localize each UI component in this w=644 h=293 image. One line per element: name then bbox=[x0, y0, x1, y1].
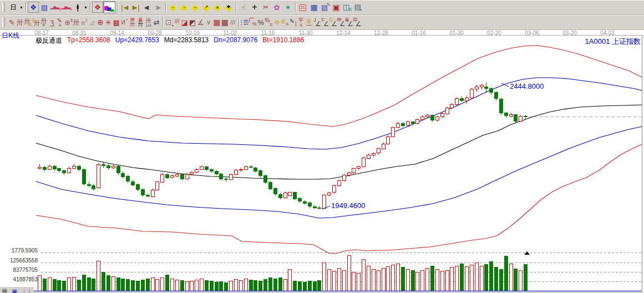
percent-lines-icon-glyph: ≡ bbox=[270, 22, 272, 27]
notes-icon[interactable]: ▤✎ bbox=[320, 2, 331, 13]
diamond-cross-icon[interactable]: ◆✕ bbox=[212, 2, 223, 13]
gold-grid2-icon[interactable]: 金卅 bbox=[32, 17, 40, 28]
gold-slope-icon[interactable]: 金∠ bbox=[329, 17, 338, 28]
shen-slope-icon-glyph: ∠ bbox=[339, 21, 346, 27]
calculator-icon[interactable]: ▦ bbox=[308, 2, 320, 13]
gold-levels-icon[interactable]: 金≡ bbox=[281, 17, 290, 28]
ying-slope-icon-glyph: ∠ bbox=[347, 21, 353, 27]
shen-grid-icon[interactable]: 神卅 bbox=[129, 17, 137, 28]
pen-measure-icon[interactable]: ✎| bbox=[289, 17, 297, 28]
bar-width-icon[interactable]: ⇄ bbox=[153, 17, 161, 28]
drag-hand-icon[interactable]: ☝ bbox=[238, 2, 249, 13]
print-icon[interactable]: ▤▪ bbox=[353, 2, 364, 13]
ying-slope-icon[interactable]: 赢∠ bbox=[346, 17, 354, 28]
diamond-left-icon-glyph: ← bbox=[171, 5, 175, 9]
prev-bar-icon[interactable]: ◀ bbox=[141, 2, 153, 13]
gold-circle-icon-glyph: ○ bbox=[274, 18, 280, 27]
report-icon[interactable]: ▤ bbox=[39, 2, 50, 13]
first-bar-icon[interactable]: |◀ bbox=[119, 2, 130, 13]
toolbar-grip[interactable] bbox=[2, 2, 5, 12]
pattern-blue-icon[interactable]: ❖ bbox=[28, 2, 39, 13]
radial-star-icon[interactable]: ✳ bbox=[104, 17, 113, 28]
pen-measure-icon-glyph: | bbox=[295, 21, 297, 27]
pattern-red-icon[interactable]: ❖ bbox=[92, 2, 103, 13]
pattern-red-icon-glyph: ❖ bbox=[94, 3, 102, 11]
candle-style-button[interactable]: |▮▼ bbox=[72, 2, 83, 13]
flag-icon[interactable]: ⊿ bbox=[88, 17, 97, 28]
fan-shade2-icon[interactable]: ◩ bbox=[189, 17, 197, 28]
circle-cross-icon-glyph: ⊕ bbox=[97, 18, 104, 26]
si-slope-icon-glyph: ∠ bbox=[356, 21, 362, 27]
date-label: 01-30 bbox=[449, 30, 464, 36]
j-slope-icon-glyph: J bbox=[314, 18, 317, 23]
cycle3-icon[interactable]: ⊕3 bbox=[64, 17, 73, 28]
grid-123-icon[interactable]: 卅123 bbox=[145, 17, 153, 28]
speed-rays-icon-glyph: /// bbox=[175, 19, 179, 24]
percent-icon[interactable]: % bbox=[257, 17, 265, 28]
shen-slope-icon[interactable]: 神∠ bbox=[337, 17, 346, 28]
zigzag-icon[interactable]: ∨ bbox=[205, 17, 213, 28]
fan-shade-icon[interactable]: ◪ bbox=[181, 17, 189, 28]
percent-lines-icon[interactable]: %≡ bbox=[265, 17, 273, 28]
pattern-tool-icon[interactable]: ✿ bbox=[271, 2, 282, 13]
toolbar-grip[interactable] bbox=[2, 17, 5, 27]
gann-box-icon-glyph: ▦ bbox=[213, 18, 220, 26]
cut-line-icon[interactable]: ✂ bbox=[260, 2, 271, 13]
plain-grid-icon[interactable]: 卅 bbox=[72, 17, 80, 28]
period-button[interactable]: 日▼ bbox=[8, 2, 19, 13]
date-label: 03-06 bbox=[525, 30, 539, 36]
gold-underline-icon-glyph: 金 bbox=[306, 18, 312, 24]
pen-levels-icon[interactable]: ✎≡ bbox=[56, 17, 64, 28]
crosshair-icon[interactable]: + bbox=[249, 2, 260, 13]
arc-tool-icon[interactable]: ʒ bbox=[48, 17, 57, 28]
f-slope-icon[interactable]: F∠ bbox=[321, 17, 329, 28]
bars-9-icon[interactable]: ▂▅▃9 bbox=[61, 2, 72, 13]
gold-circle-icon[interactable]: ○金 bbox=[273, 17, 281, 28]
f-grid-icon[interactable]: 卅F bbox=[40, 17, 48, 28]
calculator-icon-glyph: ▦ bbox=[310, 3, 317, 11]
wave-icon[interactable]: И“ bbox=[120, 17, 129, 28]
next-bar-icon[interactable]: ▶ bbox=[153, 2, 164, 13]
ping-lines-icon[interactable]: 平≡ bbox=[297, 17, 306, 28]
angle-rays-icon[interactable]: ∡ bbox=[197, 17, 205, 28]
channel-line-Bt bbox=[36, 144, 642, 254]
export-icon[interactable]: ◫◍ bbox=[342, 2, 353, 13]
diamond-diag-icon[interactable]: ◆↗ bbox=[201, 2, 212, 13]
t-percent-icon[interactable]: 厂% bbox=[249, 17, 257, 28]
circle-cross-icon[interactable]: ⊕ bbox=[97, 17, 105, 28]
stat-ladder-icon[interactable]: ⋮☰ bbox=[241, 17, 249, 28]
gold-underline-icon[interactable]: 金— bbox=[305, 17, 313, 28]
web-box-icon[interactable]: ▩ bbox=[113, 17, 121, 28]
gold-grid-icon[interactable]: 卅金 bbox=[24, 17, 32, 28]
draw-pen-icon[interactable]: ✎ bbox=[8, 17, 16, 28]
speed-rays-icon[interactable]: ///• bbox=[173, 17, 181, 28]
trend-grid-icon-glyph: 卅 bbox=[16, 19, 23, 26]
save-icon[interactable]: ▣ bbox=[331, 2, 342, 13]
calendar-icon[interactable]: ▢21 bbox=[297, 2, 308, 13]
last-bar-icon[interactable]: ▶| bbox=[130, 2, 141, 13]
date-label: 12-28 bbox=[374, 30, 388, 36]
diamond-right-icon[interactable]: ◆→ bbox=[179, 2, 190, 13]
gann-box2-icon[interactable]: ▦ bbox=[221, 17, 229, 28]
dropdown-arrow-icon[interactable]: ▼ bbox=[84, 6, 88, 9]
n2-icon[interactable]: n2 bbox=[80, 17, 89, 28]
diamond-left-icon[interactable]: ◆← bbox=[168, 2, 179, 13]
trend-grid-icon[interactable]: 卅 bbox=[16, 17, 24, 28]
diamond-hexpand-icon[interactable]: ◆↔ bbox=[190, 2, 201, 13]
dropdown-arrow-icon[interactable]: ▼ bbox=[19, 6, 23, 9]
kline-plot[interactable]: 2444.80001949.4600 bbox=[0, 29, 644, 293]
select-box-icon[interactable]: ⊡ bbox=[165, 17, 173, 28]
bars-9-icon-glyph: ▂▅▃ bbox=[62, 5, 70, 9]
smart-analysis-icon[interactable]: ✶ bbox=[282, 2, 293, 13]
bars-3-icon[interactable]: ▂▅▃3 bbox=[50, 2, 61, 13]
diamond-expand-icon[interactable]: ◆✚ bbox=[223, 2, 234, 13]
si-slope-icon[interactable]: 四∠ bbox=[353, 17, 362, 28]
slant-lines-icon[interactable]: /// bbox=[229, 17, 237, 28]
chart-panel[interactable]: 日K线 08-1708-3109-1409-2810-1911-0211-161… bbox=[0, 29, 644, 293]
ying-grid-icon[interactable]: 赢卅 bbox=[136, 17, 145, 28]
j-slope-icon[interactable]: J∠ bbox=[313, 17, 322, 28]
diamond-right-icon-glyph: → bbox=[182, 5, 186, 9]
gann-box-icon[interactable]: ▦ bbox=[213, 17, 221, 28]
ping-lines-icon-glyph: ≡ bbox=[300, 23, 302, 28]
indicator-colors-icon[interactable]: ▆▅▃ bbox=[103, 1, 115, 13]
